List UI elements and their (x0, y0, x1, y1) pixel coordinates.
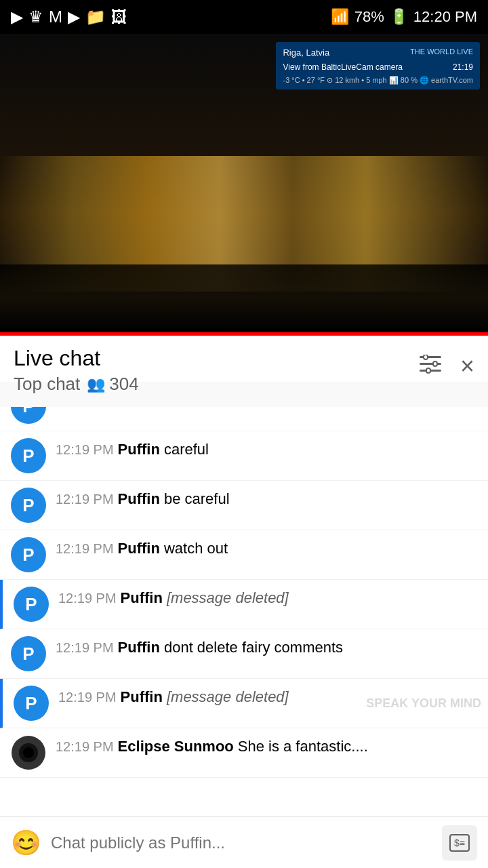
message-text: careful (164, 391, 209, 409)
close-button[interactable]: × (460, 352, 474, 380)
message-time: 12:19 PM (56, 739, 114, 755)
people-icon: 👥 (87, 376, 105, 393)
video-overlay: Riga, Latvia THE WORLD LIVE View from Ba… (276, 42, 480, 90)
battery-text: 78% (354, 8, 384, 26)
emoji-button[interactable]: 😊 (11, 829, 41, 857)
message-deleted-text: [message deleted] (167, 688, 289, 706)
message-username: Puffin (121, 688, 163, 706)
message-text: She is a fantastic.... (238, 738, 368, 755)
svg-rect-3 (424, 355, 428, 359)
top-chat-row: Top chat 👥 304 (14, 374, 139, 395)
chat-header-left: Live chat Top chat 👥 304 (14, 345, 139, 395)
avatar: P (11, 636, 46, 671)
message-time: 12:19 PM (58, 690, 117, 705)
message-body: 12:19 PMPuffinwatch out (56, 537, 477, 557)
m-icon: M (49, 7, 62, 26)
chat-message: P12:19 PMPuffin[message deleted]SPEAK YO… (0, 679, 488, 728)
message-username: Puffin (121, 589, 163, 607)
chat-message: P12:19 PMPuffin[message deleted] (0, 580, 488, 629)
message-deleted-text: [message deleted] (167, 589, 289, 607)
chat-message: P12:19 PMPuffinwatch out (0, 530, 488, 580)
message-text: careful (164, 441, 209, 458)
svg-text:$≡: $≡ (454, 837, 465, 848)
viewer-count-number: 304 (109, 374, 138, 395)
chat-message: P12:19 PMPuffincareful (0, 431, 488, 481)
chat-list: P12:19 PMPuffincarefulP12:19 PMPuffincar… (0, 382, 488, 778)
status-bar: ▶ ♛ M ▶ 📁 🖼 📶 78% 🔋 12:20 PM (0, 0, 488, 34)
message-username: Eclipse Sunmoo (118, 738, 234, 755)
svg-rect-1 (420, 363, 441, 365)
message-body: 12:19 PMPuffincareful (56, 438, 477, 458)
avatar (11, 735, 46, 770)
overlay-camera: View from BalticLiveCam camera (283, 62, 403, 72)
chat-header-right: × (420, 345, 474, 380)
message-text: watch out (164, 540, 228, 557)
overlay-location: Riga, Latvia (283, 46, 329, 60)
yt-icon: ▶ (11, 7, 23, 26)
live-chat-title: Live chat (14, 345, 139, 371)
photo-icon: 🖼 (111, 7, 127, 26)
filter-icon[interactable] (420, 355, 441, 378)
top-chat-label[interactable]: Top chat (14, 374, 80, 395)
avatar: P (14, 587, 49, 622)
message-text: dont delete fairy comments (164, 639, 343, 656)
yt2-icon: ▶ (68, 7, 80, 26)
crown-icon: ♛ (28, 7, 43, 26)
overlay-brand: THE WORLD LIVE (410, 46, 473, 60)
message-body: 12:19 PMEclipse SunmooShe is a fantastic… (56, 735, 477, 755)
message-time: 12:19 PM (58, 591, 117, 606)
send-button[interactable]: $≡ (442, 825, 477, 861)
message-time: 12:19 PM (56, 442, 114, 458)
chat-input[interactable] (51, 833, 432, 852)
overlay-time: 21:19 (453, 61, 473, 73)
svg-rect-0 (420, 356, 441, 358)
svg-point-8 (23, 747, 34, 758)
message-username: Puffin (118, 639, 160, 656)
message-username: Puffin (118, 490, 160, 508)
watermark-text: SPEAK YOUR MIND (366, 696, 481, 711)
status-left: ▶ ♛ M ▶ 📁 🖼 (11, 7, 127, 26)
folder-icon: 📁 (85, 7, 106, 26)
status-right: 📶 78% 🔋 12:20 PM (331, 8, 477, 26)
svg-rect-4 (433, 361, 437, 366)
time-display: 12:20 PM (413, 8, 477, 26)
message-time: 12:19 PM (56, 492, 114, 507)
message-time: 12:19 PM (56, 541, 114, 557)
viewer-count: 👥 304 (87, 374, 138, 395)
message-time: 12:19 PM (56, 393, 114, 408)
message-body: 12:19 PMPuffindont delete fairy comments (56, 636, 477, 656)
svg-rect-5 (426, 368, 430, 373)
chat-input-bar: 😊 $≡ (0, 816, 488, 868)
overlay-stats: -3 °C • 27 °F ⊙ 12 kmh • 5 mph 📊 80 % 🌐 … (283, 75, 473, 86)
message-body: 12:19 PMPuffinbe careful (56, 488, 477, 508)
video-player[interactable]: Riga, Latvia THE WORLD LIVE View from Ba… (0, 34, 488, 332)
chat-message: P12:19 PMPuffindont delete fairy comment… (0, 629, 488, 679)
avatar: P (11, 438, 46, 473)
message-username: Puffin (118, 441, 160, 458)
message-text: be careful (164, 490, 230, 508)
message-body: 12:19 PMPuffin[message deleted] (58, 587, 477, 607)
chat-message: P12:19 PMPuffinbe careful (0, 481, 488, 530)
message-username: Puffin (118, 540, 160, 557)
avatar: P (11, 488, 46, 523)
avatar: P (14, 686, 49, 721)
avatar: P (11, 537, 46, 572)
chat-message: 12:19 PMEclipse SunmooShe is a fantastic… (0, 728, 488, 778)
wifi-icon: 📶 (331, 8, 349, 26)
battery-icon: 🔋 (390, 8, 408, 26)
message-time: 12:19 PM (56, 640, 114, 656)
